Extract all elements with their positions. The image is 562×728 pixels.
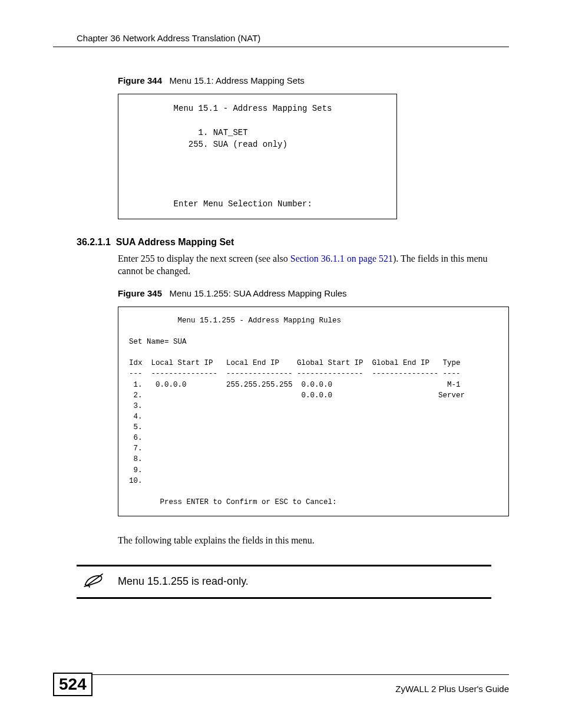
page-footer: 524 ZyWALL 2 Plus User's Guide [53,674,509,699]
section-title: SUA Address Mapping Set [116,237,234,247]
chapter-title: Chapter 36 Network Address Translation (… [77,33,509,43]
figure-345-caption: Figure 345 Menu 15.1.255: SUA Address Ma… [118,288,509,298]
figure-345-label: Figure 345 [118,288,162,298]
page-number: 524 [53,673,92,696]
figure-344-caption: Figure 344 Menu 15.1: Address Mapping Se… [118,75,509,85]
figure-345-text: Menu 15.1.255: SUA Address Mapping Rules [170,288,347,298]
figure-344-screen: Menu 15.1 - Address Mapping Sets 1. NAT_… [118,94,397,219]
table-explain-text: The following table explains the fields … [118,534,491,547]
guide-name: ZyWALL 2 Plus User's Guide [395,684,509,694]
note-block: Menu 15.1.255 is read-only. [77,565,491,599]
section-number: 36.2.1.1 [77,237,111,247]
section-heading: 36.2.1.1 SUA Address Mapping Set [77,237,509,248]
page-header: Chapter 36 Network Address Translation (… [53,33,509,47]
note-icon [77,572,112,591]
figure-344-label: Figure 344 [118,75,162,85]
cross-reference-link[interactable]: Section 36.1.1 on page 521 [290,253,393,263]
note-text: Menu 15.1.255 is read-only. [118,575,249,588]
section-paragraph: Enter 255 to display the next screen (se… [118,252,491,278]
figure-344-text: Menu 15.1: Address Mapping Sets [170,75,305,85]
figure-345-screen: Menu 15.1.255 - Address Mapping Rules Se… [118,307,509,516]
note-bottom-bar [77,597,491,599]
